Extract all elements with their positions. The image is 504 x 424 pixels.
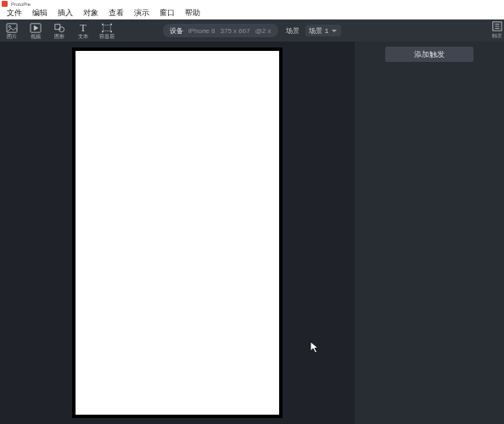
svg-point-1: [8, 25, 10, 27]
app-logo: [2, 1, 8, 7]
shape-icon: [53, 23, 65, 33]
menu-edit[interactable]: 编辑: [27, 7, 53, 20]
svg-rect-6: [102, 23, 104, 25]
device-size: 375 x 667: [220, 27, 249, 35]
video-tool-label: 视频: [31, 34, 41, 39]
text-icon: T: [77, 23, 89, 33]
svg-rect-7: [110, 23, 112, 25]
text-tool-button[interactable]: T 文本: [71, 20, 95, 42]
menu-window[interactable]: 窗口: [154, 7, 180, 20]
menu-bar: 文件 编辑 插入 对象 查看 演示 窗口 帮助: [0, 8, 504, 20]
add-trigger-button[interactable]: 添加触发: [385, 47, 473, 62]
toolbar-center: 设备 iPhone 8 375 x 667 @2 x 场景 场景 1: [163, 20, 341, 42]
image-icon: [6, 23, 18, 33]
scene-selector: 场景 场景 1: [286, 25, 341, 36]
device-model: iPhone 8: [188, 27, 216, 35]
menu-file[interactable]: 文件: [2, 7, 27, 20]
svg-rect-5: [104, 25, 111, 31]
workspace: 添加触发: [0, 42, 504, 424]
container-icon: [101, 23, 113, 33]
video-tool-button[interactable]: 视频: [24, 20, 48, 42]
right-panel: 添加触发: [355, 42, 504, 424]
scene-selected: 场景 1: [309, 26, 328, 36]
add-trigger-label: 添加触发: [414, 49, 445, 60]
scene-label: 场景: [286, 26, 300, 36]
menu-present[interactable]: 演示: [129, 7, 154, 20]
svg-rect-8: [102, 31, 104, 32]
container-tool-label: 容器层: [99, 34, 115, 39]
canvas-frame: [73, 48, 282, 417]
toolbar-left: 图片 视频 图形 T 文本: [0, 20, 119, 42]
video-icon: [30, 23, 42, 33]
image-tool-label: 图片: [7, 34, 17, 39]
toolbar-right: 触发: [490, 20, 504, 42]
toolbar: 图片 视频 图形 T 文本: [0, 20, 504, 42]
scene-dropdown[interactable]: 场景 1: [305, 25, 341, 36]
text-tool-label: 文本: [78, 34, 88, 39]
cursor-icon: [310, 341, 320, 354]
canvas[interactable]: [76, 51, 279, 415]
app-title: ProtoPie: [11, 2, 31, 7]
svg-rect-9: [110, 31, 112, 32]
shape-tool-button[interactable]: 图形: [48, 20, 71, 42]
menu-object[interactable]: 对象: [78, 7, 104, 20]
chevron-down-icon: [332, 30, 337, 32]
right-corner-label: 触发: [492, 32, 502, 40]
container-tool-button[interactable]: 容器层: [95, 20, 119, 42]
device-label: 设备: [170, 26, 183, 36]
device-scale: @2 x: [255, 27, 272, 35]
shape-tool-label: 图形: [54, 34, 64, 39]
menu-insert[interactable]: 插入: [53, 7, 78, 20]
image-tool-button[interactable]: 图片: [0, 20, 24, 42]
canvas-area[interactable]: [0, 42, 355, 424]
menu-view[interactable]: 查看: [104, 7, 129, 20]
device-selector[interactable]: 设备 iPhone 8 375 x 667 @2 x: [163, 24, 278, 37]
right-corner-button[interactable]: 触发: [490, 21, 504, 40]
menu-help[interactable]: 帮助: [180, 7, 205, 20]
